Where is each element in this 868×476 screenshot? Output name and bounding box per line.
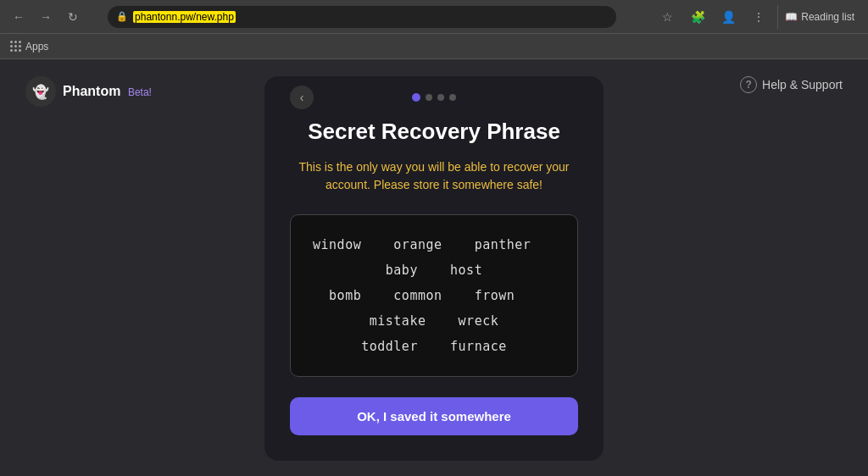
url-highlight: phantonn.pw/new.php [133,11,236,23]
phantom-header: 👻 Phantom Beta! [25,76,152,107]
dot-4 [449,94,456,101]
toolbar-right: ☆ 🧩 👤 ⋮ 📖 Reading list [655,5,861,29]
card-title: Secret Recovery Phrase [308,119,560,145]
card-nav: ‹ [290,93,578,102]
reading-list-icon: 📖 [785,11,798,23]
card-back-button[interactable]: ‹ [290,86,314,109]
url-display: phantonn.pw/new.php [133,11,236,23]
card-subtitle: This is the only way you will be able to… [290,158,578,194]
menu-icon[interactable]: ⋮ [747,5,771,29]
pagination-dots [412,93,456,102]
seed-words: window orange panther baby host bomb com… [311,232,557,359]
bookmarks-bar: Apps [0,34,868,59]
phantom-name-container: Phantom Beta! [63,84,152,99]
apps-button[interactable]: Apps [10,41,48,53]
reading-list-label: Reading list [801,11,854,23]
dot-1 [412,93,420,102]
phantom-logo: 👻 [25,76,56,107]
page-content: 👻 Phantom Beta! ? Help & Support ‹ Secre… [0,59,868,476]
dot-3 [437,94,444,101]
apps-label: Apps [25,41,48,53]
seed-phrase-box: window orange panther baby host bomb com… [290,214,578,377]
lock-icon: 🔒 [116,11,128,22]
help-support-label: Help & Support [762,78,843,91]
address-bar[interactable]: 🔒 phantonn.pw/new.php [108,6,616,28]
reading-list-button[interactable]: 📖 Reading list [777,5,861,29]
profile-icon[interactable]: 👤 [716,5,740,29]
ok-saved-button[interactable]: OK, I saved it somewhere [290,397,578,435]
phantom-name: Phantom [63,84,120,98]
help-icon: ? [740,76,757,93]
forward-button[interactable]: → [34,5,58,29]
main-card: ‹ Secret Recovery Phrase This is the onl… [264,76,604,461]
phantom-logo-char: 👻 [32,84,49,100]
phantom-beta-label: Beta! [128,86,152,98]
help-support-link[interactable]: ? Help & Support [740,76,843,93]
extensions-icon[interactable]: 🧩 [686,5,709,29]
dot-2 [426,94,432,101]
star-icon[interactable]: ☆ [655,5,679,29]
browser-chrome: ← → ↻ 🔒 phantonn.pw/new.php ☆ 🧩 👤 ⋮ 📖 Re… [0,0,868,59]
apps-grid-icon [10,41,21,52]
back-button[interactable]: ← [7,5,31,29]
refresh-button[interactable]: ↻ [61,5,85,29]
nav-buttons: ← → ↻ [7,5,85,29]
browser-toolbar: ← → ↻ 🔒 phantonn.pw/new.php ☆ 🧩 👤 ⋮ 📖 Re… [0,0,868,34]
